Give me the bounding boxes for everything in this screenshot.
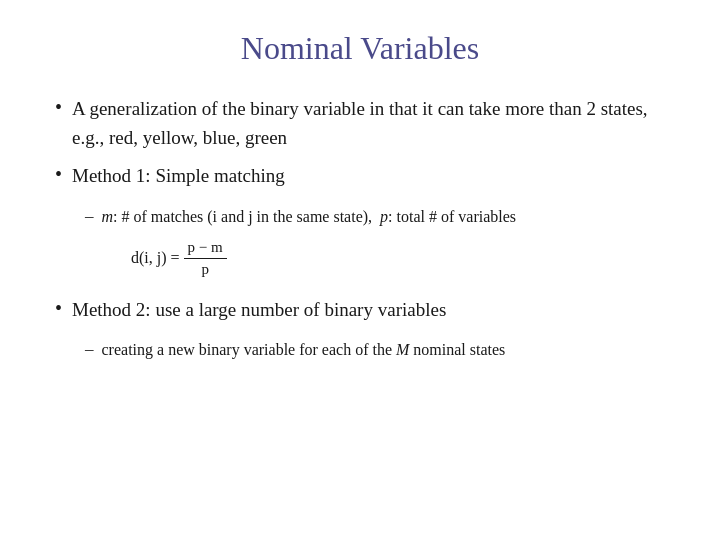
italic-m: m bbox=[102, 208, 114, 225]
sub-item-1: – m: # of matches (i and j in the same s… bbox=[85, 205, 665, 229]
italic-p: p bbox=[380, 208, 388, 225]
bullet-icon-3: • bbox=[55, 297, 62, 320]
sub-dash-2: – bbox=[85, 339, 94, 359]
formula-lhs: d(i, j) = bbox=[131, 249, 180, 267]
sub-text-1: m: # of matches (i and j in the same sta… bbox=[102, 205, 517, 229]
sub-item-2: – creating a new binary variable for eac… bbox=[85, 338, 665, 362]
slide: Nominal Variables • A generalization of … bbox=[0, 0, 720, 540]
bullet-text-1: A generalization of the binary variable … bbox=[72, 95, 665, 152]
formula-denominator: p bbox=[197, 259, 213, 278]
formula-fraction: p − m p bbox=[184, 239, 227, 278]
bullet-item-3: • Method 2: use a large number of binary… bbox=[55, 296, 665, 325]
bullet-icon-1: • bbox=[55, 96, 62, 119]
sub-text-2: creating a new binary variable for each … bbox=[102, 338, 506, 362]
formula-block: d(i, j) = p − m p bbox=[85, 239, 665, 278]
slide-title: Nominal Variables bbox=[55, 30, 665, 67]
italic-M: M bbox=[396, 341, 409, 358]
slide-content: • A generalization of the binary variabl… bbox=[55, 95, 665, 510]
bullet-text-2: Method 1: Simple matching bbox=[72, 162, 285, 191]
bullet-text-3: Method 2: use a large number of binary v… bbox=[72, 296, 446, 325]
bullet-item-2: • Method 1: Simple matching bbox=[55, 162, 665, 191]
formula-numerator: p − m bbox=[184, 239, 227, 259]
bullet-item-1: • A generalization of the binary variabl… bbox=[55, 95, 665, 152]
sub-dash-1: – bbox=[85, 206, 94, 226]
formula-display: d(i, j) = p − m p bbox=[131, 239, 227, 278]
bullet-icon-2: • bbox=[55, 163, 62, 186]
